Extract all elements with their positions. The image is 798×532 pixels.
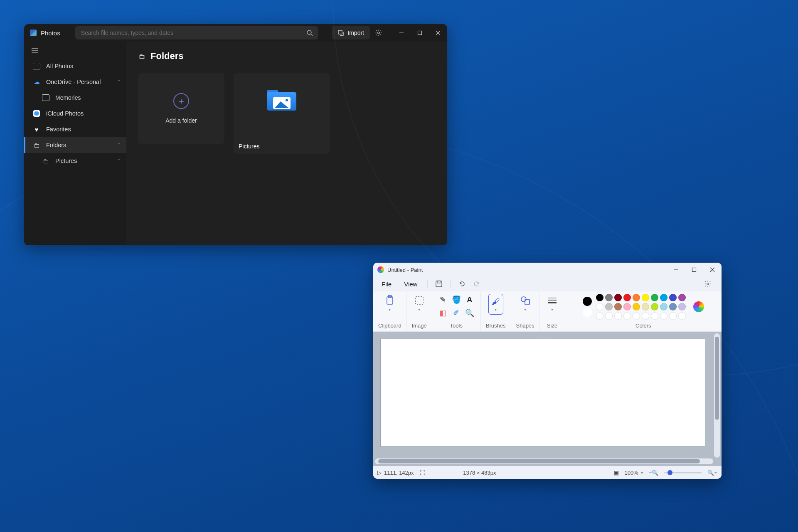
color-swatch[interactable] — [678, 294, 686, 301]
color-swatch[interactable] — [623, 294, 631, 301]
close-button[interactable] — [703, 263, 722, 277]
sidebar-item-memories[interactable]: Memories — [24, 90, 126, 106]
plus-icon: ＋ — [173, 93, 189, 109]
edit-colors-button[interactable] — [693, 301, 704, 312]
group-brushes: 🖌 ▾ Brushes — [481, 291, 511, 331]
sidebar-item-icloud[interactable]: iCloud Photos — [24, 106, 126, 121]
minimize-button[interactable] — [667, 263, 685, 277]
color-swatch[interactable] — [614, 303, 622, 310]
custom-color-slot[interactable] — [642, 312, 649, 320]
maximize-button[interactable] — [411, 24, 429, 42]
color-swatch[interactable] — [651, 303, 658, 310]
svg-line-13 — [710, 268, 714, 272]
color-swatch[interactable] — [605, 294, 613, 301]
redo-button[interactable] — [470, 278, 483, 290]
group-label: Size — [547, 323, 557, 330]
zoom-out-button[interactable]: −🔍 — [649, 470, 659, 476]
chevron-down-icon: ▾ — [389, 307, 391, 312]
color-swatch[interactable] — [633, 294, 640, 301]
custom-color-slot[interactable] — [623, 312, 631, 320]
color-swatch[interactable] — [651, 294, 658, 301]
paste-button[interactable]: ▾ — [382, 294, 397, 313]
add-folder-card[interactable]: ＋ Add a folder — [138, 73, 224, 144]
canvas[interactable] — [381, 339, 705, 446]
search-input[interactable] — [80, 29, 302, 37]
color-swatch[interactable] — [669, 294, 677, 301]
save-button[interactable] — [433, 278, 445, 290]
color-swatch[interactable] — [669, 303, 677, 310]
zoom-level[interactable]: 100% ▾ — [625, 470, 643, 476]
size-button[interactable]: ▾ — [545, 294, 560, 313]
status-bar: ▷ 1111, 142px ⛶ 1378 × 483px ▣ 100% ▾ −🔍… — [373, 466, 722, 479]
shapes-button[interactable]: ▾ — [518, 294, 533, 313]
sidebar-item-all-photos[interactable]: All Photos — [24, 58, 126, 74]
settings-button[interactable] — [702, 278, 714, 290]
sidebar-label: OneDrive - Personal — [46, 79, 101, 85]
fit-button[interactable]: ▣ — [614, 470, 619, 476]
custom-color-slot[interactable] — [633, 312, 640, 320]
color-swatch[interactable] — [642, 303, 649, 310]
custom-color-slot[interactable] — [660, 312, 667, 320]
window-controls — [667, 263, 722, 277]
svg-line-7 — [436, 31, 440, 35]
brushes-button[interactable]: 🖌 ▾ — [488, 294, 503, 315]
color-swatch[interactable] — [623, 303, 631, 310]
size-text: 1378 × 483px — [463, 470, 496, 476]
color-1[interactable] — [583, 297, 592, 317]
custom-color-slot[interactable] — [605, 312, 613, 320]
text-tool[interactable]: A — [464, 294, 475, 305]
sidebar-item-favorites[interactable]: ♥ Favorites — [24, 121, 126, 137]
custom-color-slot[interactable] — [596, 312, 603, 320]
color-swatch[interactable] — [660, 303, 667, 310]
custom-color-slot[interactable] — [669, 312, 677, 320]
photos-title: Photos — [41, 30, 60, 37]
color-swatch[interactable] — [642, 294, 649, 301]
chevron-up-icon[interactable]: ˄ — [118, 79, 121, 85]
select-button[interactable]: ▾ — [412, 294, 427, 313]
color-swatch[interactable] — [633, 303, 640, 310]
folder-icon: 🗀 — [33, 141, 40, 149]
import-label: Import — [347, 30, 364, 36]
magnifier-tool[interactable]: 🔍 — [464, 307, 475, 319]
close-button[interactable] — [429, 24, 447, 42]
maximize-button[interactable] — [685, 263, 703, 277]
horizontal-scrollbar[interactable] — [375, 458, 713, 464]
hamburger-button[interactable] — [27, 43, 43, 58]
svg-line-6 — [436, 31, 440, 35]
minimize-button[interactable] — [392, 24, 411, 42]
import-icon — [337, 30, 344, 36]
chevron-up-icon[interactable]: ˄ — [118, 142, 121, 148]
picker-tool[interactable]: ✐ — [451, 307, 462, 319]
fill-tool[interactable]: 🪣 — [451, 294, 462, 305]
import-button[interactable]: Import — [332, 26, 370, 39]
eraser-tool[interactable]: ◧ — [437, 307, 449, 319]
pencil-tool[interactable]: ✎ — [437, 294, 449, 305]
sidebar-item-folders[interactable]: 🗀 Folders ˄ — [24, 137, 126, 153]
zoom-in-button[interactable]: 🔍+ — [707, 470, 717, 476]
select-icon — [414, 295, 425, 306]
vertical-scrollbar[interactable] — [714, 333, 720, 458]
search-icon[interactable] — [306, 30, 313, 36]
custom-color-slot[interactable] — [614, 312, 622, 320]
color-swatch[interactable] — [678, 303, 686, 310]
folder-card-pictures[interactable]: Pictures — [234, 73, 330, 154]
custom-color-slot[interactable] — [651, 312, 658, 320]
custom-color-slot[interactable] — [678, 312, 686, 320]
chevron-down-icon: ▾ — [524, 307, 526, 312]
color-swatch[interactable] — [660, 294, 667, 301]
menu-file[interactable]: File — [377, 279, 397, 289]
chevron-down-icon[interactable]: ˅ — [118, 158, 121, 164]
color-swatch[interactable] — [596, 303, 603, 310]
sidebar-item-onedrive[interactable]: ☁ OneDrive - Personal ˄ — [24, 74, 126, 90]
sidebar-item-pictures[interactable]: 🗀 Pictures ˅ — [24, 153, 126, 169]
photos-main: 🗀 Folders ＋ Add a folder Pictures — [126, 42, 447, 245]
color-swatch[interactable] — [605, 303, 613, 310]
color-swatch[interactable] — [596, 294, 603, 301]
undo-button[interactable] — [456, 278, 468, 290]
color-swatch[interactable] — [614, 294, 622, 301]
photos-app-icon — [30, 30, 37, 36]
settings-button[interactable] — [372, 27, 385, 39]
search-field[interactable] — [75, 26, 318, 39]
zoom-slider[interactable] — [664, 472, 702, 473]
menu-view[interactable]: View — [399, 279, 422, 289]
